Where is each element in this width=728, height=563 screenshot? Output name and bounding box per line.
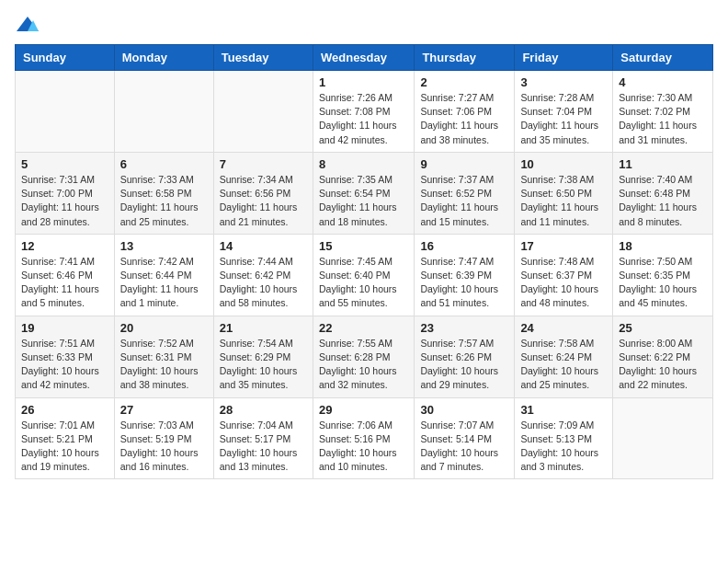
calendar-cell: 20Sunrise: 7:52 AMSunset: 6:31 PMDayligh… [114,316,213,397]
calendar-cell: 5Sunrise: 7:31 AMSunset: 7:00 PMDaylight… [16,152,115,234]
week-row-4: 19Sunrise: 7:51 AMSunset: 6:33 PMDayligh… [16,316,713,397]
calendar-cell: 4Sunrise: 7:30 AMSunset: 7:02 PMDaylight… [613,71,713,153]
calendar-cell: 16Sunrise: 7:47 AMSunset: 6:39 PMDayligh… [415,234,515,316]
cell-content: Sunrise: 7:38 AMSunset: 6:50 PMDaylight:… [520,173,607,229]
cell-content: Sunrise: 7:30 AMSunset: 7:02 PMDaylight:… [619,91,707,147]
calendar-cell [16,71,115,153]
cell-content: Sunrise: 7:50 AMSunset: 6:35 PMDaylight:… [619,255,707,311]
day-number: 26 [21,403,108,417]
cell-content: Sunrise: 7:45 AMSunset: 6:40 PMDaylight:… [319,255,408,311]
cell-content: Sunrise: 7:54 AMSunset: 6:29 PMDaylight:… [220,337,307,393]
cell-content: Sunrise: 7:07 AMSunset: 5:14 PMDaylight:… [420,419,508,475]
day-number: 27 [120,403,208,417]
day-number: 23 [420,321,508,335]
calendar-cell: 18Sunrise: 7:50 AMSunset: 6:35 PMDayligh… [613,234,713,316]
cell-content: Sunrise: 7:27 AMSunset: 7:06 PMDaylight:… [420,91,508,147]
cell-content: Sunrise: 7:52 AMSunset: 6:31 PMDaylight:… [120,337,208,393]
cell-content: Sunrise: 7:06 AMSunset: 5:16 PMDaylight:… [319,419,408,475]
day-number: 31 [520,403,607,417]
cell-content: Sunrise: 7:55 AMSunset: 6:28 PMDaylight:… [319,337,408,393]
cell-content: Sunrise: 7:44 AMSunset: 6:42 PMDaylight:… [220,255,307,311]
cell-content: Sunrise: 7:40 AMSunset: 6:48 PMDaylight:… [619,173,707,229]
cell-content: Sunrise: 7:37 AMSunset: 6:52 PMDaylight:… [420,173,508,229]
weekday-header-friday: Friday [515,45,613,71]
calendar-cell: 13Sunrise: 7:42 AMSunset: 6:44 PMDayligh… [114,234,213,316]
calendar-cell: 26Sunrise: 7:01 AMSunset: 5:21 PMDayligh… [16,397,115,479]
day-number: 12 [21,239,108,253]
cell-content: Sunrise: 7:57 AMSunset: 6:26 PMDaylight:… [420,337,508,393]
weekday-header-tuesday: Tuesday [213,45,313,71]
day-number: 15 [319,239,408,253]
calendar-cell: 29Sunrise: 7:06 AMSunset: 5:16 PMDayligh… [313,397,414,479]
cell-content: Sunrise: 7:33 AMSunset: 6:58 PMDaylight:… [120,173,208,229]
day-number: 6 [120,157,208,171]
day-number: 20 [120,321,208,335]
calendar-cell: 28Sunrise: 7:04 AMSunset: 5:17 PMDayligh… [213,397,313,479]
weekday-header-wednesday: Wednesday [313,45,414,71]
calendar-cell: 25Sunrise: 8:00 AMSunset: 6:22 PMDayligh… [613,316,713,397]
calendar-cell: 21Sunrise: 7:54 AMSunset: 6:29 PMDayligh… [213,316,313,397]
cell-content: Sunrise: 7:34 AMSunset: 6:56 PMDaylight:… [220,173,307,229]
calendar-cell: 7Sunrise: 7:34 AMSunset: 6:56 PMDaylight… [213,152,313,234]
cell-content: Sunrise: 7:31 AMSunset: 7:00 PMDaylight:… [21,173,108,229]
week-row-5: 26Sunrise: 7:01 AMSunset: 5:21 PMDayligh… [16,397,713,479]
cell-content: Sunrise: 7:48 AMSunset: 6:37 PMDaylight:… [520,255,607,311]
cell-content: Sunrise: 7:41 AMSunset: 6:46 PMDaylight:… [21,255,108,311]
day-number: 3 [520,75,607,89]
calendar: SundayMondayTuesdayWednesdayThursdayFrid… [15,44,713,479]
cell-content: Sunrise: 7:04 AMSunset: 5:17 PMDaylight:… [220,419,307,475]
day-number: 19 [21,321,108,335]
day-number: 30 [420,403,508,417]
day-number: 25 [619,321,707,335]
day-number: 8 [319,157,408,171]
day-number: 18 [619,239,707,253]
calendar-cell: 27Sunrise: 7:03 AMSunset: 5:19 PMDayligh… [114,397,213,479]
cell-content: Sunrise: 7:28 AMSunset: 7:04 PMDaylight:… [520,91,607,147]
day-number: 2 [420,75,508,89]
weekday-header-thursday: Thursday [415,45,515,71]
weekday-header-row: SundayMondayTuesdayWednesdayThursdayFrid… [16,45,713,71]
day-number: 13 [120,239,208,253]
calendar-cell [613,397,713,479]
cell-content: Sunrise: 7:26 AMSunset: 7:08 PMDaylight:… [319,91,408,147]
week-row-1: 1Sunrise: 7:26 AMSunset: 7:08 PMDaylight… [16,71,713,153]
calendar-cell: 24Sunrise: 7:58 AMSunset: 6:24 PMDayligh… [515,316,613,397]
calendar-cell: 6Sunrise: 7:33 AMSunset: 6:58 PMDaylight… [114,152,213,234]
calendar-cell: 19Sunrise: 7:51 AMSunset: 6:33 PMDayligh… [16,316,115,397]
calendar-cell: 23Sunrise: 7:57 AMSunset: 6:26 PMDayligh… [415,316,515,397]
weekday-header-saturday: Saturday [613,45,713,71]
day-number: 28 [220,403,307,417]
calendar-cell: 1Sunrise: 7:26 AMSunset: 7:08 PMDaylight… [313,71,414,153]
cell-content: Sunrise: 7:42 AMSunset: 6:44 PMDaylight:… [120,255,208,311]
weekday-header-monday: Monday [114,45,213,71]
cell-content: Sunrise: 7:09 AMSunset: 5:13 PMDaylight:… [520,419,607,475]
cell-content: Sunrise: 7:35 AMSunset: 6:54 PMDaylight:… [319,173,408,229]
calendar-cell: 10Sunrise: 7:38 AMSunset: 6:50 PMDayligh… [515,152,613,234]
day-number: 17 [520,239,607,253]
week-row-2: 5Sunrise: 7:31 AMSunset: 7:00 PMDaylight… [16,152,713,234]
cell-content: Sunrise: 7:03 AMSunset: 5:19 PMDaylight:… [120,419,208,475]
calendar-cell: 30Sunrise: 7:07 AMSunset: 5:14 PMDayligh… [415,397,515,479]
day-number: 5 [21,157,108,171]
calendar-cell: 12Sunrise: 7:41 AMSunset: 6:46 PMDayligh… [16,234,115,316]
day-number: 10 [520,157,607,171]
day-number: 9 [420,157,508,171]
calendar-cell: 11Sunrise: 7:40 AMSunset: 6:48 PMDayligh… [613,152,713,234]
header [15,15,713,35]
day-number: 29 [319,403,408,417]
calendar-cell: 17Sunrise: 7:48 AMSunset: 6:37 PMDayligh… [515,234,613,316]
calendar-cell [114,71,213,153]
calendar-cell: 9Sunrise: 7:37 AMSunset: 6:52 PMDaylight… [415,152,515,234]
day-number: 22 [319,321,408,335]
cell-content: Sunrise: 8:00 AMSunset: 6:22 PMDaylight:… [619,337,707,393]
cell-content: Sunrise: 7:58 AMSunset: 6:24 PMDaylight:… [520,337,607,393]
logo-icon [15,15,40,35]
logo [15,15,42,35]
calendar-cell: 8Sunrise: 7:35 AMSunset: 6:54 PMDaylight… [313,152,414,234]
day-number: 11 [619,157,707,171]
cell-content: Sunrise: 7:01 AMSunset: 5:21 PMDaylight:… [21,419,108,475]
calendar-cell: 31Sunrise: 7:09 AMSunset: 5:13 PMDayligh… [515,397,613,479]
calendar-cell [213,71,313,153]
day-number: 16 [420,239,508,253]
calendar-cell: 14Sunrise: 7:44 AMSunset: 6:42 PMDayligh… [213,234,313,316]
